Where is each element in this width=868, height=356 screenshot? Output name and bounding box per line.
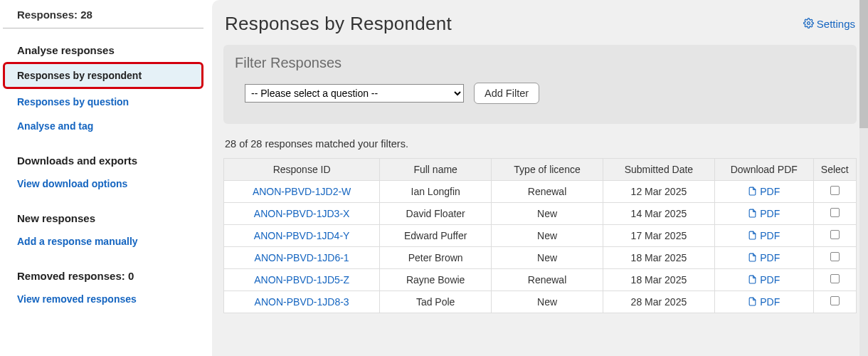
cell-full-name: David Floater: [380, 203, 492, 225]
pdf-label: PDF: [760, 252, 780, 263]
cell-select: [813, 291, 856, 313]
cell-submitted-date: 18 Mar 2025: [603, 269, 714, 291]
sidebar: Responses: 28 Analyse responses Response…: [0, 0, 212, 356]
download-pdf-link[interactable]: PDF: [714, 225, 813, 247]
svg-point-0: [807, 21, 810, 24]
table-row: ANON-PBVD-1JD6-1Peter BrownNew18 Mar 202…: [224, 247, 857, 269]
cell-licence-type: New: [492, 247, 603, 269]
response-id-link[interactable]: ANON-PBVD-1JD8-3: [224, 291, 380, 313]
section-heading-new-responses: New responses: [3, 197, 203, 229]
scrollbar[interactable]: [859, 0, 868, 356]
sidebar-item-analyse-and-tag[interactable]: Analyse and tag: [3, 115, 203, 137]
select-checkbox[interactable]: [830, 296, 840, 305]
table-row: ANON-PBVD-1JD4-YEdward PufferNew17 Mar 2…: [224, 225, 857, 247]
file-icon: [748, 296, 757, 307]
add-filter-button[interactable]: Add Filter: [474, 83, 539, 104]
select-checkbox[interactable]: [830, 208, 840, 217]
pdf-label: PDF: [760, 296, 780, 308]
section-heading-downloads: Downloads and exports: [3, 139, 203, 171]
download-pdf-link[interactable]: PDF: [714, 269, 813, 291]
settings-link[interactable]: Settings: [803, 18, 855, 31]
cell-submitted-date: 14 Mar 2025: [603, 203, 714, 225]
response-id-link[interactable]: ANON-PBVD-1JD3-X: [224, 203, 380, 225]
cell-licence-type: Renewal: [492, 269, 603, 291]
filter-panel: Filter Responses -- Please select a ques…: [223, 45, 857, 124]
col-header-select: Select: [813, 159, 856, 181]
page-title: Responses by Respondent: [225, 13, 452, 35]
sidebar-title: Responses: 28: [3, 0, 203, 28]
pdf-label: PDF: [760, 230, 780, 241]
select-checkbox[interactable]: [830, 186, 840, 195]
sidebar-item-view-download-options[interactable]: View download options: [3, 172, 203, 195]
response-id-link[interactable]: ANON-PBVD-1JD2-W: [224, 181, 380, 203]
cell-select: [813, 247, 856, 269]
col-header-name: Full name: [380, 159, 492, 181]
cell-submitted-date: 18 Mar 2025: [603, 247, 714, 269]
table-header-row: Response ID Full name Type of licence Su…: [224, 159, 857, 181]
cell-select: [813, 225, 856, 247]
cell-full-name: Ian Longfin: [380, 181, 492, 203]
sidebar-item-responses-by-question[interactable]: Responses by question: [3, 90, 203, 113]
cell-licence-type: Renewal: [492, 181, 603, 203]
section-heading-removed: Removed responses: 0: [3, 254, 203, 286]
gear-icon: [803, 18, 814, 31]
select-checkbox[interactable]: [830, 230, 840, 239]
filter-match-summary: 28 of 28 responses matched your filters.: [223, 124, 857, 158]
download-pdf-link[interactable]: PDF: [714, 203, 813, 225]
cell-licence-type: New: [492, 291, 603, 313]
cell-submitted-date: 17 Mar 2025: [603, 225, 714, 247]
col-header-date: Submitted Date: [603, 159, 714, 181]
table-row: ANON-PBVD-1JD5-ZRayne BowieRenewal18 Mar…: [224, 269, 857, 291]
cell-submitted-date: 28 Mar 2025: [603, 291, 714, 313]
table-row: ANON-PBVD-1JD3-XDavid FloaterNew14 Mar 2…: [224, 203, 857, 225]
main-panel: Responses by Respondent Settings Filter …: [212, 0, 868, 356]
sidebar-item-responses-by-respondent[interactable]: Responses by respondent: [3, 62, 203, 89]
download-pdf-link[interactable]: PDF: [714, 291, 813, 313]
settings-label: Settings: [817, 18, 855, 30]
filter-panel-title: Filter Responses: [235, 55, 845, 71]
select-checkbox[interactable]: [830, 252, 840, 261]
download-pdf-link[interactable]: PDF: [714, 247, 813, 269]
response-id-link[interactable]: ANON-PBVD-1JD4-Y: [224, 225, 380, 247]
file-icon: [748, 186, 757, 197]
sidebar-item-view-removed-responses[interactable]: View removed responses: [3, 288, 203, 310]
pdf-label: PDF: [760, 208, 780, 219]
sidebar-item-add-response-manually[interactable]: Add a response manually: [3, 230, 203, 253]
scrollbar-thumb[interactable]: [859, 0, 868, 128]
select-checkbox[interactable]: [830, 274, 840, 283]
cell-licence-type: New: [492, 203, 603, 225]
pdf-label: PDF: [760, 274, 780, 286]
table-row: ANON-PBVD-1JD8-3Tad PoleNew28 Mar 2025PD…: [224, 291, 857, 313]
response-id-link[interactable]: ANON-PBVD-1JD5-Z: [224, 269, 380, 291]
pdf-label: PDF: [760, 186, 780, 197]
file-icon: [748, 252, 757, 263]
cell-submitted-date: 12 Mar 2025: [603, 181, 714, 203]
table-row: ANON-PBVD-1JD2-WIan LongfinRenewal12 Mar…: [224, 181, 857, 203]
section-heading-analyse: Analyse responses: [3, 28, 203, 61]
cell-select: [813, 181, 856, 203]
cell-select: [813, 269, 856, 291]
cell-full-name: Peter Brown: [380, 247, 492, 269]
file-icon: [748, 274, 757, 285]
cell-licence-type: New: [492, 225, 603, 247]
question-select[interactable]: -- Please select a question --: [245, 84, 464, 103]
col-header-id: Response ID: [224, 159, 380, 181]
cell-full-name: Tad Pole: [380, 291, 492, 313]
file-icon: [748, 208, 757, 219]
download-pdf-link[interactable]: PDF: [714, 181, 813, 203]
response-table: Response ID Full name Type of licence Su…: [223, 158, 857, 313]
response-id-link[interactable]: ANON-PBVD-1JD6-1: [224, 247, 380, 269]
file-icon: [748, 230, 757, 241]
cell-full-name: Edward Puffer: [380, 225, 492, 247]
col-header-type: Type of licence: [492, 159, 603, 181]
cell-full-name: Rayne Bowie: [380, 269, 492, 291]
col-header-pdf: Download PDF: [714, 159, 813, 181]
cell-select: [813, 203, 856, 225]
